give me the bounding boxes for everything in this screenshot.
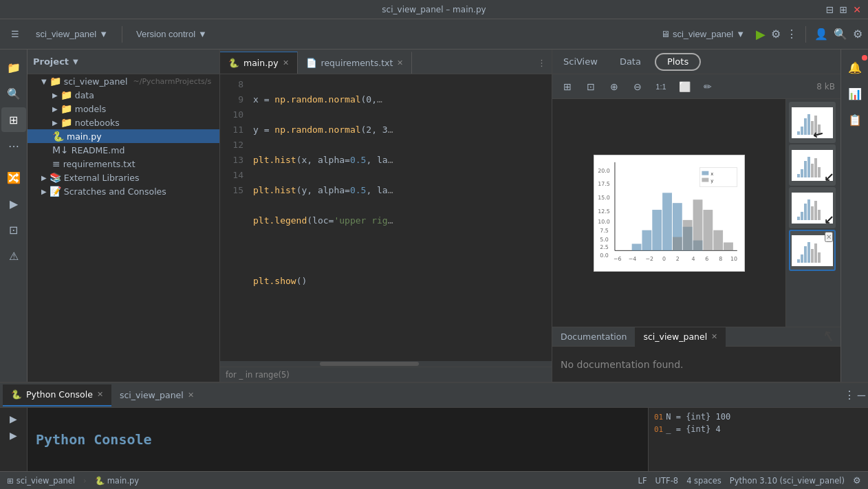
console-main[interactable]: Python Console <box>28 408 648 471</box>
bottom-tab-console[interactable]: 🐍 Python Console ✕ <box>3 384 111 406</box>
requirements-tab-icon: 📄 <box>306 58 317 68</box>
debug-button[interactable]: ⚙ <box>771 28 781 41</box>
global-settings-button[interactable]: ⚙ <box>853 28 862 41</box>
sciview-bottom-tab-close[interactable]: ✕ <box>188 391 194 400</box>
sciview-tab-sciview[interactable]: SciView <box>552 50 609 74</box>
account-button[interactable]: 👤 <box>814 28 828 41</box>
run-button[interactable]: ▶ <box>756 27 766 42</box>
status-project-icon: ⊞ <box>7 476 14 486</box>
sidebar-icon-search[interactable]: 🔍 <box>1 81 26 106</box>
svg-rect-53 <box>801 212 803 220</box>
svg-text:−2: −2 <box>645 256 653 262</box>
plot-display[interactable]: 20.0 17.5 15.0 12.5 10.0 7.5 5.0 2.5 0.0… <box>552 99 785 327</box>
tool-frame[interactable]: ⬜ <box>675 77 694 96</box>
project-selector[interactable]: sci_view_panel ▼ <box>30 26 113 42</box>
tree-item-readme[interactable]: M↓ README.md <box>28 143 219 157</box>
tree-item-models[interactable]: ▶ 📁 models <box>28 102 219 116</box>
svg-rect-36 <box>702 177 708 182</box>
bottom-tab-sciview[interactable]: sci_view_panel ✕ <box>111 384 202 406</box>
sciview-tab-data[interactable]: Data <box>609 50 652 74</box>
sidebar-icon-terminal[interactable]: ⊡ <box>1 217 26 242</box>
status-charset[interactable]: UTF-8 <box>655 475 679 486</box>
status-project-label: sci_view_panel <box>17 476 75 486</box>
file-tree: Project ▼ ▼ 📁 sci_view_panel ~/PycharmPr… <box>28 50 220 382</box>
console-title: Python Console <box>36 431 152 448</box>
svg-rect-33 <box>699 167 737 186</box>
plot-thumbnail-3[interactable]: ↙ <box>789 187 836 228</box>
search-button[interactable]: 🔍 <box>834 28 847 41</box>
status-file[interactable]: 🐍 main.py <box>95 476 140 486</box>
status-indent[interactable]: 4 spaces <box>686 475 721 486</box>
tree-item-mainpy[interactable]: 🐍 main.py <box>28 129 219 143</box>
svg-rect-32 <box>724 242 733 250</box>
tree-item-notebooks[interactable]: ▶ 📁 notebooks <box>28 116 219 129</box>
mainpy-tab-close[interactable]: ✕ <box>283 58 289 67</box>
separator-2 <box>805 26 806 43</box>
notebooks-folder-icon: 📁 <box>61 117 72 128</box>
tool-pen[interactable]: ✏ <box>698 77 717 96</box>
clipboard-button[interactable]: 📋 <box>843 107 867 132</box>
tab-more-button[interactable]: ⋮ <box>532 52 552 74</box>
doc-tab-sciview[interactable]: sci_view_panel ✕ <box>635 327 726 347</box>
editor-content[interactable]: 8 9 10 11 12 13 14 15 x = np.random.norm… <box>220 74 552 361</box>
status-settings-icon[interactable]: ⚙ <box>853 475 861 486</box>
plot-thumbnail-2[interactable]: ↙ <box>789 144 836 186</box>
tool-zoom-in[interactable]: ⊕ <box>605 77 624 96</box>
tree-root[interactable]: ▼ 📁 sci_view_panel ~/PycharmProjects/s <box>28 74 219 88</box>
tool-zoom-out[interactable]: ⊖ <box>628 77 647 96</box>
status-interpreter[interactable]: Python 3.10 (sci_view_panel) <box>730 475 845 486</box>
code-content[interactable]: x = np.random.normal(0,… y = np.random.n… <box>248 74 552 361</box>
external-expand-icon: ▶ <box>41 174 47 182</box>
console-tab-close[interactable]: ✕ <box>97 390 103 399</box>
tree-item-requirements[interactable]: ≡ requirements.txt <box>28 157 219 171</box>
sciview-tab-plots[interactable]: Plots <box>655 53 701 71</box>
mainpy-tab-label: main.py <box>243 58 279 68</box>
doc-tab-documentation[interactable]: Documentation <box>552 327 635 347</box>
bottom-minimize-button[interactable]: ─ <box>858 389 865 402</box>
tool-box[interactable]: ⊡ <box>581 77 600 96</box>
bottom-more-button[interactable]: ⋮ <box>844 389 855 402</box>
tab-mainpy[interactable]: 🐍 main.py ✕ <box>220 52 298 74</box>
sidebar-icon-project[interactable]: 📁 <box>1 55 26 80</box>
requirements-label: requirements.txt <box>63 159 135 169</box>
tool-grid[interactable]: ⊞ <box>558 77 577 96</box>
plot-thumbnail-1[interactable]: ↙ <box>789 102 836 143</box>
plot-thumbnail-4[interactable]: ✕ <box>789 230 836 271</box>
svg-rect-59 <box>797 259 800 263</box>
svg-rect-46 <box>801 169 803 177</box>
sidebar-icon-sciview[interactable]: ⊞ <box>1 107 26 132</box>
svg-rect-58 <box>818 210 821 220</box>
tree-item-external[interactable]: ▶ 📚 External Libraries <box>28 171 219 184</box>
console-chevron-right[interactable]: ▶ <box>10 413 17 424</box>
sidebar-icon-vcs[interactable]: 🔀 <box>1 165 26 190</box>
sidebar-icon-more[interactable]: ⋯ <box>1 133 26 158</box>
console-run-btn[interactable]: ▶ <box>10 430 17 441</box>
editor-area: 🐍 main.py ✕ 📄 requirements.txt ✕ ⋮ 8 9 1… <box>220 50 552 382</box>
sidebar-icon-run[interactable]: ▶ <box>1 191 26 216</box>
svg-text:2.5: 2.5 <box>600 244 609 250</box>
doc-tab-close[interactable]: ✕ <box>711 332 717 341</box>
no-doc-text: No documentation found. <box>561 359 684 370</box>
tool-1to1[interactable]: 1:1 <box>651 77 671 96</box>
tree-item-data[interactable]: ▶ 📁 data <box>28 88 219 102</box>
database-button[interactable]: 📊 <box>843 81 867 106</box>
requirements-tab-close[interactable]: ✕ <box>397 58 403 67</box>
project-run-selector[interactable]: 🖥 sci_view_panel ▼ <box>655 26 750 42</box>
status-encoding[interactable]: LF <box>638 475 647 486</box>
menu-toggle[interactable]: ☰ <box>6 26 25 42</box>
separator-1 <box>122 26 122 43</box>
tree-item-scratches[interactable]: ▶ 📝 Scratches and Consoles <box>28 184 219 198</box>
root-folder-icon: 📁 <box>50 76 61 87</box>
sidebar-icon-problems[interactable]: ⚠ <box>1 243 26 268</box>
thumb-close-4[interactable]: ✕ <box>825 232 833 242</box>
tab-requirements[interactable]: 📄 requirements.txt ✕ <box>298 52 413 74</box>
status-file-icon: 🐍 <box>95 476 105 486</box>
svg-rect-57 <box>814 201 817 220</box>
bottom-hint-text: for _ in range(5) <box>226 370 290 380</box>
status-project[interactable]: ⊞ sci_view_panel <box>7 476 75 486</box>
notification-badge: 🔔 <box>843 55 867 80</box>
svg-rect-50 <box>814 158 817 177</box>
vcs-selector[interactable]: Version control ▼ <box>131 26 213 42</box>
editor-scrollbar[interactable] <box>220 361 552 367</box>
more-button[interactable]: ⋮ <box>786 28 797 41</box>
